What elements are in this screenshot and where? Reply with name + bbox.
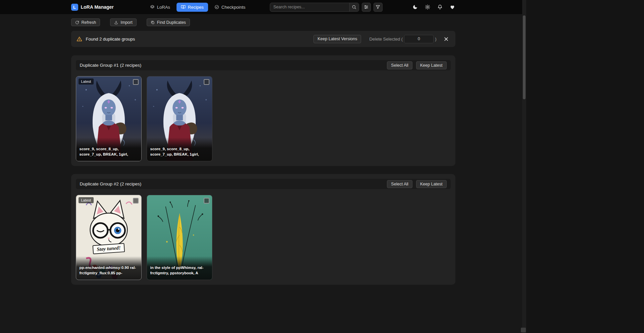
import-icon — [114, 20, 118, 24]
card-caption: in the style of ppWhimsy, ral-frctlgmtry… — [147, 256, 212, 280]
support-button[interactable] — [449, 4, 455, 10]
app-title: LoRA Manager — [81, 4, 114, 10]
import-label: Import — [120, 20, 132, 25]
main-content: Refresh Import Find Duplicates Found 2 d… — [71, 14, 455, 285]
tab-label: LoRAs — [157, 5, 170, 10]
warning-icon — [77, 36, 82, 42]
refresh-label: Refresh — [82, 20, 96, 25]
gear-icon — [425, 4, 430, 10]
duplicates-banner: Found 2 duplicate groups Keep Latest Ver… — [71, 31, 455, 47]
find-duplicates-label: Find Duplicates — [157, 20, 186, 25]
keep-latest-label: Keep Latest — [420, 63, 443, 68]
find-duplicates-button[interactable]: Find Duplicates — [147, 18, 190, 26]
select-all-label: Select All — [391, 182, 408, 186]
filter-button[interactable] — [374, 3, 383, 12]
card-caption: pp-enchanted-whimsy:0.90 ral-frctlgmtry_… — [76, 256, 141, 280]
search-icon — [352, 5, 356, 9]
layers-icon — [150, 5, 155, 9]
app-logo: L — [71, 4, 78, 11]
heart-icon — [450, 4, 455, 10]
group-title: Duplicate Group #2 (2 recipes) — [80, 181, 142, 186]
group-header: Duplicate Group #2 (2 recipes) Select Al… — [76, 179, 451, 189]
latest-badge: Latest — [79, 197, 94, 203]
toolbar: Refresh Import Find Duplicates — [71, 18, 455, 26]
close-icon — [444, 37, 449, 42]
tab-loras[interactable]: LoRAs — [146, 3, 175, 12]
refresh-button[interactable]: Refresh — [71, 18, 100, 26]
card-caption: score_9, score_8_up, score_7_up, BREAK, … — [76, 137, 141, 161]
card-checkbox[interactable] — [204, 198, 209, 204]
keep-latest-label: Keep Latest — [420, 182, 443, 186]
recipe-card[interactable]: Stay tuned! Latest pp-enchanted-whimsy:0… — [76, 195, 142, 280]
theme-toggle-button[interactable] — [412, 4, 418, 10]
duplicate-group-panel: Duplicate Group #1 (2 recipes) Select Al… — [71, 55, 455, 166]
group-header: Duplicate Group #1 (2 recipes) Select Al… — [76, 60, 451, 70]
scrollbar-thumb[interactable] — [523, 15, 526, 99]
close-banner-button[interactable] — [443, 35, 450, 43]
refresh-icon — [75, 20, 79, 24]
group-title: Duplicate Group #1 (2 recipes) — [80, 63, 142, 68]
main-nav: LoRAs Recipes Checkpoints — [146, 3, 250, 12]
tab-checkpoints[interactable]: Checkpoints — [210, 3, 250, 12]
check-circle-icon — [214, 5, 219, 9]
search-input[interactable] — [270, 3, 349, 11]
select-all-button[interactable]: Select All — [387, 180, 412, 188]
moon-icon — [412, 4, 418, 10]
select-all-label: Select All — [391, 63, 408, 68]
book-icon — [181, 5, 186, 9]
import-button[interactable]: Import — [110, 18, 136, 26]
keep-latest-versions-label: Keep Latest Versions — [317, 37, 357, 41]
search-button[interactable] — [349, 3, 359, 11]
sort-options-button[interactable] — [362, 3, 371, 12]
duplicate-group-panel: Duplicate Group #2 (2 recipes) Select Al… — [71, 174, 455, 285]
delete-count-input[interactable] — [404, 35, 434, 43]
select-all-button[interactable]: Select All — [387, 61, 412, 69]
tab-label: Recipes — [188, 5, 204, 10]
card-checkbox[interactable] — [133, 79, 139, 85]
sliders-icon — [364, 5, 368, 9]
delete-selected-label: Delete Selected ( — [369, 37, 403, 42]
card-checkbox[interactable] — [133, 198, 139, 204]
navbar: L LoRA Manager LoRAs Recipes Checkpoints — [0, 0, 526, 14]
latest-badge: Latest — [79, 78, 94, 85]
card-checkbox[interactable] — [204, 79, 209, 85]
settings-button[interactable] — [425, 4, 431, 10]
delete-selected-suffix: ) — [435, 37, 436, 42]
scrollbar[interactable] — [522, 0, 526, 333]
navbar-icon-group — [412, 4, 455, 10]
filter-icon — [376, 5, 380, 9]
recipe-card[interactable]: score_9, score_8_up, score_7_up, BREAK, … — [147, 76, 212, 161]
card-grid: Latest score_9, score_8_up, score_7_up, … — [76, 76, 451, 161]
keep-latest-button[interactable]: Keep Latest — [416, 61, 447, 69]
search-bar — [270, 3, 359, 12]
tab-label: Checkpoints — [221, 5, 246, 10]
copy-icon — [151, 20, 155, 24]
app-window: L LoRA Manager LoRAs Recipes Checkpoints — [0, 0, 526, 333]
tab-recipes[interactable]: Recipes — [177, 3, 208, 12]
scrollbar-bottom-button[interactable] — [521, 328, 526, 332]
card-grid: Stay tuned! Latest pp-enchanted-whimsy:0… — [76, 195, 451, 280]
banner-message: Found 2 duplicate groups — [86, 37, 135, 42]
brand[interactable]: L LoRA Manager — [71, 4, 114, 11]
bell-icon — [437, 4, 443, 10]
keep-latest-versions-button[interactable]: Keep Latest Versions — [313, 35, 361, 43]
card-caption: score_9, score_8_up, score_7_up, BREAK, … — [147, 137, 212, 161]
keep-latest-button[interactable]: Keep Latest — [416, 180, 447, 188]
recipe-card[interactable]: Latest score_9, score_8_up, score_7_up, … — [76, 76, 142, 161]
recipe-card[interactable]: in the style of ppWhimsy, ral-frctlgmtry… — [147, 195, 212, 280]
notifications-button[interactable] — [437, 4, 443, 10]
